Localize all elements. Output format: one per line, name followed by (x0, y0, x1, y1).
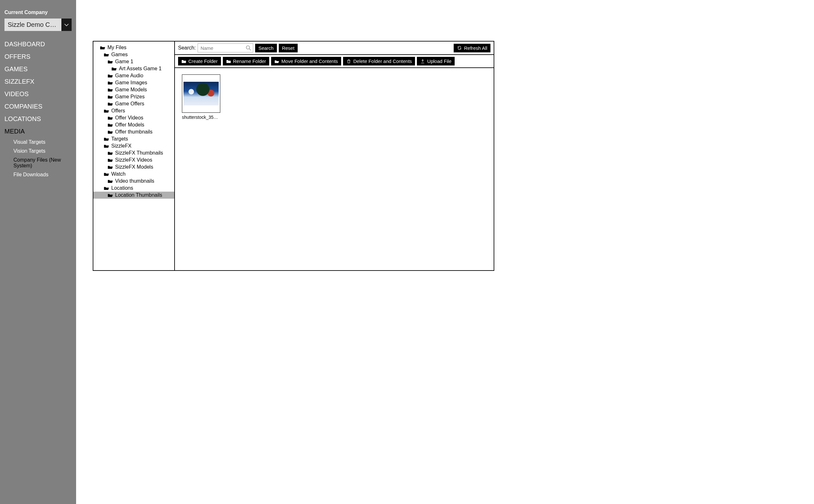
tree-node[interactable]: Offer Videos (93, 114, 174, 121)
refresh-icon (457, 46, 462, 50)
tree-node-label: Game Models (115, 87, 147, 93)
folder-open-icon (107, 179, 113, 183)
company-select-value: Sizzle Demo Com… (4, 19, 61, 31)
tree-node-label: SizzleFX Thumbnails (115, 150, 163, 156)
move-folder-label: Move Folder and Contents (281, 58, 338, 64)
tree-node[interactable]: Game Audio (93, 72, 174, 79)
folder-open-icon (107, 116, 113, 120)
delete-folder-label: Delete Folder and Contents (353, 58, 412, 64)
main: My FilesGamesGame 1Art Assets Game 1Game… (76, 0, 814, 504)
tree-node[interactable]: SizzleFX Thumbnails (93, 149, 174, 157)
move-folder-button[interactable]: Move Folder and Contents (271, 57, 341, 65)
search-bar: Search: Search Reset Refresh All (175, 42, 494, 55)
refresh-button-label: Refresh All (464, 45, 487, 51)
nav: DASHBOARDOFFERSGAMESSIZZLEFXVIDEOSCOMPAN… (0, 38, 76, 179)
tree-node[interactable]: Offer thumbnails (93, 128, 174, 135)
folder-open-icon (107, 95, 113, 99)
tree-node[interactable]: Location Thumbnails (93, 192, 174, 199)
create-folder-button[interactable]: Create Folder (178, 57, 221, 65)
search-input[interactable] (197, 43, 253, 52)
tree-node[interactable]: Art Assets Game 1 (93, 65, 174, 72)
tree-node-label: Offer Models (115, 122, 144, 128)
file-thumbnail[interactable]: shutterstock_35198036 (182, 74, 220, 120)
tree-node-label: Offers (111, 108, 125, 114)
nav-item-dashboard[interactable]: DASHBOARD (0, 38, 76, 50)
search-button[interactable]: Search (255, 44, 277, 52)
folder-open-icon (111, 66, 117, 71)
upload-file-button[interactable]: Upload File (417, 57, 455, 65)
folder-open-icon (100, 45, 105, 50)
tree-node[interactable]: SizzleFX Videos (93, 157, 174, 164)
folder-open-icon (104, 172, 109, 176)
tree-node-label: SizzleFX (111, 143, 131, 149)
nav-item-sizzlefx[interactable]: SIZZLEFX (0, 75, 76, 88)
tree-node[interactable]: Games (93, 51, 174, 58)
nav-sub-item-visual-targets[interactable]: Visual Targets (13, 138, 76, 147)
tree-node[interactable]: Locations (93, 185, 174, 192)
nav-sub-item-file-downloads[interactable]: File Downloads (13, 170, 76, 179)
tree-node[interactable]: Offers (93, 107, 174, 114)
search-label: Search: (178, 45, 196, 51)
upload-file-label: Upload File (427, 58, 451, 64)
nav-sub-item-company-files[interactable]: Company Files (New System) (13, 156, 76, 170)
refresh-button[interactable]: Refresh All (454, 44, 490, 52)
nav-item-media[interactable]: MEDIA (0, 125, 76, 138)
folder-open-icon (104, 186, 109, 190)
tree-node[interactable]: Offer Models (93, 121, 174, 128)
nav-item-videos[interactable]: VIDEOS (0, 88, 76, 100)
nav-sub-item-vision-targets[interactable]: Vision Targets (13, 147, 76, 156)
nav-item-companies[interactable]: COMPANIES (0, 100, 76, 113)
folder-open-icon (104, 137, 109, 141)
tree-node-label: SizzleFX Videos (115, 157, 152, 163)
rename-folder-button[interactable]: Rename Folder (223, 57, 269, 65)
search-button-label: Search (258, 45, 274, 51)
tree-node[interactable]: SizzleFX (93, 142, 174, 149)
file-grid: shutterstock_35198036 (175, 68, 494, 270)
tree-node[interactable]: My Files (93, 44, 174, 51)
delete-folder-button[interactable]: Delete Folder and Contents (343, 57, 415, 65)
folder-open-icon (107, 123, 113, 127)
tree-node[interactable]: Game Offers (93, 100, 174, 107)
folder-icon (226, 59, 231, 64)
tree-node-label: Game Prizes (115, 94, 144, 100)
tree-node-label: Location Thumbnails (115, 192, 162, 198)
tree-node-label: SizzleFX Models (115, 164, 153, 170)
tree-node-label: Game Images (115, 80, 147, 86)
tree-node[interactable]: Video thumbnails (93, 178, 174, 185)
folder-open-icon (107, 158, 113, 162)
reset-button-label: Reset (282, 45, 295, 51)
nav-sub: Visual TargetsVision TargetsCompany File… (0, 138, 76, 179)
folder-open-icon (107, 130, 113, 134)
reset-button[interactable]: Reset (279, 44, 298, 52)
rename-folder-label: Rename Folder (233, 58, 266, 64)
file-name: shutterstock_35198036 (182, 113, 220, 120)
company-select[interactable]: Sizzle Demo Com… (4, 19, 72, 31)
tree-node-label: Game Audio (115, 73, 143, 79)
folder-tree: My FilesGamesGame 1Art Assets Game 1Game… (93, 42, 175, 270)
tree-node[interactable]: Game Models (93, 86, 174, 93)
tree-node-label: Offer Videos (115, 115, 143, 121)
tree-node[interactable]: Game Images (93, 79, 174, 86)
thumbnail-image (183, 82, 219, 105)
tree-node[interactable]: Game 1 (93, 58, 174, 65)
nav-item-games[interactable]: GAMES (0, 63, 76, 75)
nav-item-locations[interactable]: LOCATIONS (0, 113, 76, 125)
upload-icon (420, 59, 425, 64)
chevron-down-icon[interactable] (61, 19, 72, 31)
folder-open-icon (104, 52, 109, 57)
folder-open-icon (104, 144, 109, 148)
nav-item-offers[interactable]: OFFERS (0, 50, 76, 63)
tree-node-label: Games (111, 52, 128, 57)
company-label: Current Company (0, 10, 76, 19)
tree-node[interactable]: Watch (93, 171, 174, 178)
file-manager: My FilesGamesGame 1Art Assets Game 1Game… (93, 41, 494, 271)
svg-line-1 (249, 49, 251, 50)
action-bar: Create Folder Rename Folder Move Folder … (175, 55, 494, 68)
content-panel: Search: Search Reset Refresh All (175, 42, 494, 270)
tree-node[interactable]: SizzleFX Models (93, 164, 174, 171)
folder-open-icon (107, 59, 113, 64)
sidebar: Current Company Sizzle Demo Com… DASHBOA… (0, 0, 76, 504)
tree-node[interactable]: Game Prizes (93, 93, 174, 100)
folder-open-icon (107, 151, 113, 155)
tree-node[interactable]: Targets (93, 135, 174, 142)
